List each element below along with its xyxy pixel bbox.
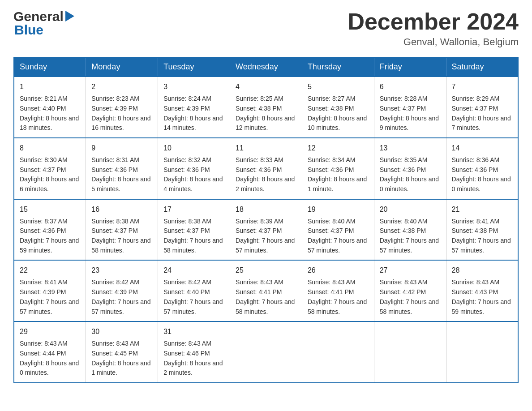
column-header-sunday: Sunday (14, 57, 86, 77)
calendar-week-row: 29Sunrise: 8:43 AMSunset: 4:44 PMDayligh… (14, 321, 518, 383)
day-info: Sunrise: 8:24 AMSunset: 4:39 PMDaylight:… (163, 94, 224, 133)
calendar-cell: 21Sunrise: 8:41 AMSunset: 4:38 PMDayligh… (446, 199, 518, 261)
calendar-cell: 25Sunrise: 8:43 AMSunset: 4:41 PMDayligh… (230, 260, 302, 321)
column-header-wednesday: Wednesday (230, 57, 302, 77)
day-info: Sunrise: 8:34 AMSunset: 4:36 PMDaylight:… (308, 155, 369, 194)
logo-general-text: General (13, 9, 64, 24)
column-header-monday: Monday (86, 57, 158, 77)
day-number: 24 (163, 265, 224, 276)
day-info: Sunrise: 8:36 AMSunset: 4:36 PMDaylight:… (452, 155, 512, 194)
day-info: Sunrise: 8:28 AMSunset: 4:37 PMDaylight:… (380, 94, 441, 133)
day-number: 7 (452, 81, 512, 92)
day-info: Sunrise: 8:37 AMSunset: 4:36 PMDaylight:… (20, 217, 80, 256)
day-info: Sunrise: 8:38 AMSunset: 4:37 PMDaylight:… (91, 217, 152, 256)
column-header-saturday: Saturday (446, 57, 518, 77)
column-header-thursday: Thursday (302, 57, 374, 77)
day-number: 14 (452, 143, 512, 154)
logo-blue-text: Blue (13, 22, 74, 38)
day-number: 9 (91, 143, 152, 154)
day-number: 6 (380, 81, 441, 92)
day-number: 3 (163, 81, 224, 92)
day-number: 19 (308, 204, 369, 215)
day-number: 16 (91, 204, 152, 215)
day-number: 15 (20, 204, 80, 215)
day-info: Sunrise: 8:43 AMSunset: 4:41 PMDaylight:… (236, 278, 296, 317)
day-info: Sunrise: 8:43 AMSunset: 4:45 PMDaylight:… (91, 339, 152, 378)
day-number: 8 (20, 143, 80, 154)
day-number: 4 (236, 81, 296, 92)
day-number: 30 (91, 326, 152, 337)
calendar-cell: 4Sunrise: 8:25 AMSunset: 4:38 PMDaylight… (230, 77, 302, 138)
day-info: Sunrise: 8:38 AMSunset: 4:37 PMDaylight:… (163, 217, 224, 256)
calendar-cell: 10Sunrise: 8:32 AMSunset: 4:36 PMDayligh… (158, 138, 230, 199)
day-number: 20 (380, 204, 441, 215)
calendar-cell: 27Sunrise: 8:43 AMSunset: 4:42 PMDayligh… (374, 260, 446, 321)
day-number: 13 (380, 143, 441, 154)
day-info: Sunrise: 8:43 AMSunset: 4:42 PMDaylight:… (380, 278, 441, 317)
location-subtitle: Genval, Wallonia, Belgium (348, 36, 519, 48)
day-info: Sunrise: 8:31 AMSunset: 4:36 PMDaylight:… (91, 155, 152, 194)
calendar-cell: 3Sunrise: 8:24 AMSunset: 4:39 PMDaylight… (158, 77, 230, 138)
title-section: December 2024 Genval, Wallonia, Belgium (348, 9, 519, 48)
calendar-cell (230, 321, 302, 383)
month-title: December 2024 (348, 9, 519, 34)
day-number: 17 (163, 204, 224, 215)
day-info: Sunrise: 8:33 AMSunset: 4:36 PMDaylight:… (236, 155, 296, 194)
day-info: Sunrise: 8:42 AMSunset: 4:40 PMDaylight:… (163, 278, 224, 317)
calendar-cell: 18Sunrise: 8:39 AMSunset: 4:37 PMDayligh… (230, 199, 302, 261)
calendar-cell: 24Sunrise: 8:42 AMSunset: 4:40 PMDayligh… (158, 260, 230, 321)
day-number: 11 (236, 143, 296, 154)
calendar-cell: 28Sunrise: 8:43 AMSunset: 4:43 PMDayligh… (446, 260, 518, 321)
calendar-cell: 22Sunrise: 8:41 AMSunset: 4:39 PMDayligh… (14, 260, 86, 321)
day-info: Sunrise: 8:42 AMSunset: 4:39 PMDaylight:… (91, 278, 152, 317)
day-info: Sunrise: 8:40 AMSunset: 4:38 PMDaylight:… (380, 217, 441, 256)
calendar-cell: 8Sunrise: 8:30 AMSunset: 4:37 PMDaylight… (14, 138, 86, 199)
calendar-week-row: 15Sunrise: 8:37 AMSunset: 4:36 PMDayligh… (14, 199, 518, 261)
day-number: 1 (20, 81, 80, 92)
calendar-cell: 13Sunrise: 8:35 AMSunset: 4:36 PMDayligh… (374, 138, 446, 199)
calendar-cell: 11Sunrise: 8:33 AMSunset: 4:36 PMDayligh… (230, 138, 302, 199)
day-info: Sunrise: 8:43 AMSunset: 4:41 PMDaylight:… (308, 278, 369, 317)
calendar-cell: 6Sunrise: 8:28 AMSunset: 4:37 PMDaylight… (374, 77, 446, 138)
calendar-cell: 5Sunrise: 8:27 AMSunset: 4:38 PMDaylight… (302, 77, 374, 138)
calendar-cell: 1Sunrise: 8:21 AMSunset: 4:40 PMDaylight… (14, 77, 86, 138)
day-info: Sunrise: 8:23 AMSunset: 4:39 PMDaylight:… (91, 94, 152, 133)
calendar-cell: 29Sunrise: 8:43 AMSunset: 4:44 PMDayligh… (14, 321, 86, 383)
day-info: Sunrise: 8:27 AMSunset: 4:38 PMDaylight:… (308, 94, 369, 133)
day-info: Sunrise: 8:30 AMSunset: 4:37 PMDaylight:… (20, 155, 80, 194)
calendar-cell: 7Sunrise: 8:29 AMSunset: 4:37 PMDaylight… (446, 77, 518, 138)
calendar-cell (374, 321, 446, 383)
page-header: General Blue December 2024 Genval, Wallo… (13, 9, 519, 48)
day-number: 21 (452, 204, 512, 215)
calendar-week-row: 22Sunrise: 8:41 AMSunset: 4:39 PMDayligh… (14, 260, 518, 321)
calendar-cell: 26Sunrise: 8:43 AMSunset: 4:41 PMDayligh… (302, 260, 374, 321)
day-number: 5 (308, 81, 369, 92)
day-number: 25 (236, 265, 296, 276)
day-number: 10 (163, 143, 224, 154)
calendar-cell: 2Sunrise: 8:23 AMSunset: 4:39 PMDaylight… (86, 77, 158, 138)
day-number: 12 (308, 143, 369, 154)
day-number: 23 (91, 265, 152, 276)
calendar-cell: 20Sunrise: 8:40 AMSunset: 4:38 PMDayligh… (374, 199, 446, 261)
calendar-week-row: 8Sunrise: 8:30 AMSunset: 4:37 PMDaylight… (14, 138, 518, 199)
day-number: 28 (452, 265, 512, 276)
calendar-cell: 17Sunrise: 8:38 AMSunset: 4:37 PMDayligh… (158, 199, 230, 261)
calendar-cell: 12Sunrise: 8:34 AMSunset: 4:36 PMDayligh… (302, 138, 374, 199)
day-info: Sunrise: 8:41 AMSunset: 4:39 PMDaylight:… (20, 278, 80, 317)
day-info: Sunrise: 8:43 AMSunset: 4:46 PMDaylight:… (163, 339, 224, 378)
calendar-cell: 14Sunrise: 8:36 AMSunset: 4:36 PMDayligh… (446, 138, 518, 199)
calendar-cell: 30Sunrise: 8:43 AMSunset: 4:45 PMDayligh… (86, 321, 158, 383)
calendar-cell (446, 321, 518, 383)
day-number: 2 (91, 81, 152, 92)
calendar-cell: 16Sunrise: 8:38 AMSunset: 4:37 PMDayligh… (86, 199, 158, 261)
calendar-cell: 31Sunrise: 8:43 AMSunset: 4:46 PMDayligh… (158, 321, 230, 383)
calendar-cell: 23Sunrise: 8:42 AMSunset: 4:39 PMDayligh… (86, 260, 158, 321)
calendar-header-row: SundayMondayTuesdayWednesdayThursdayFrid… (14, 57, 518, 77)
day-info: Sunrise: 8:35 AMSunset: 4:36 PMDaylight:… (380, 155, 441, 194)
day-number: 18 (236, 204, 296, 215)
day-info: Sunrise: 8:39 AMSunset: 4:37 PMDaylight:… (236, 217, 296, 256)
day-number: 29 (20, 326, 80, 337)
logo: General Blue (13, 9, 74, 38)
calendar-cell: 9Sunrise: 8:31 AMSunset: 4:36 PMDaylight… (86, 138, 158, 199)
day-info: Sunrise: 8:21 AMSunset: 4:40 PMDaylight:… (20, 94, 80, 133)
